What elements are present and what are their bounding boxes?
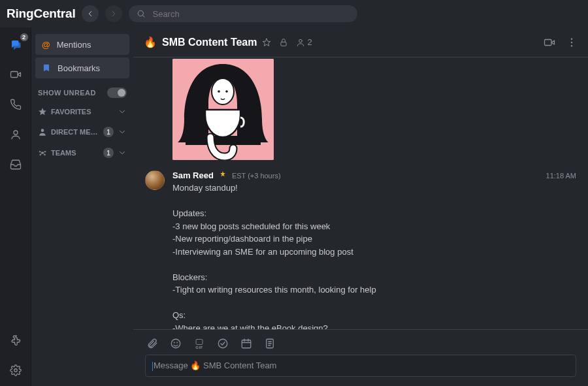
- channel-emoji: 🔥: [144, 36, 157, 48]
- section-label: FAVORITES: [51, 108, 114, 116]
- section-label: DIRECT MESSAG...: [51, 128, 99, 136]
- show-unread-label: SHOW UNREAD: [38, 89, 96, 97]
- dm-count: 1: [103, 127, 114, 137]
- message-author[interactable]: Sam Reed: [172, 170, 214, 180]
- attach-button[interactable]: [146, 338, 158, 349]
- svg-point-28: [225, 90, 228, 93]
- rail-contacts[interactable]: [8, 127, 24, 142]
- svg-line-1: [143, 16, 145, 18]
- rail-video[interactable]: [8, 67, 24, 82]
- svg-rect-2: [10, 72, 18, 78]
- avatar[interactable]: [145, 170, 165, 190]
- nav-back-button[interactable]: [82, 5, 99, 22]
- svg-point-32: [174, 343, 174, 344]
- sidebar-teams[interactable]: TEAMS 1: [35, 142, 129, 163]
- svg-point-5: [14, 369, 17, 372]
- teams-count: 1: [103, 148, 114, 158]
- sidebar-item-label: Mentions: [57, 40, 91, 50]
- search-input[interactable]: [151, 8, 350, 20]
- chevron-down-icon: [118, 107, 127, 116]
- svg-rect-18: [281, 42, 286, 46]
- team-icon: [38, 148, 47, 157]
- svg-marker-6: [39, 108, 46, 115]
- sidebar-bookmarks[interactable]: Bookmarks: [35, 57, 129, 78]
- input-placeholder: Message 🔥 SMB Content Team: [154, 361, 276, 370]
- channel-header: 🔥 SMB Content Team 2: [133, 27, 588, 57]
- app-brand: RingCentral: [7, 7, 75, 21]
- svg-point-4: [14, 131, 18, 135]
- at-icon: @: [42, 40, 50, 50]
- more-menu-button[interactable]: [566, 37, 578, 48]
- illustration-icon: [172, 59, 274, 160]
- svg-point-22: [571, 38, 572, 39]
- rail-inbox[interactable]: [8, 157, 24, 172]
- emoji-button[interactable]: [170, 338, 182, 349]
- gif-button[interactable]: GIF: [193, 338, 205, 349]
- bookmark-icon: [42, 63, 51, 72]
- svg-point-24: [571, 45, 572, 46]
- task-button[interactable]: [217, 338, 229, 349]
- gear-icon: [10, 364, 22, 376]
- nav-rail: 2: [0, 27, 31, 386]
- person-icon: [296, 38, 305, 47]
- top-bar: RingCentral: [0, 0, 588, 27]
- sidebar: @ Mentions Bookmarks SHOW UNREAD FAVORIT…: [31, 27, 133, 386]
- rail-apps[interactable]: [8, 332, 24, 348]
- star-icon: [38, 107, 47, 116]
- search-icon: [137, 9, 146, 18]
- section-label: TEAMS: [51, 149, 99, 157]
- svg-marker-17: [263, 39, 271, 46]
- video-icon: [10, 69, 22, 80]
- event-button[interactable]: [240, 338, 252, 349]
- svg-marker-30: [220, 171, 225, 177]
- message-composer: GIF Message 🔥 SMB Content Team: [133, 329, 588, 386]
- nav-forward-button[interactable]: [105, 5, 122, 22]
- global-search[interactable]: [129, 5, 357, 22]
- composer-toolbar: GIF: [145, 335, 576, 355]
- sidebar-favorites[interactable]: FAVORITES: [35, 102, 129, 121]
- message-image[interactable]: [172, 59, 274, 160]
- messages-icon: [10, 39, 22, 50]
- svg-point-33: [177, 343, 178, 344]
- svg-rect-34: [196, 339, 203, 344]
- svg-point-26: [212, 78, 234, 105]
- admin-badge-icon: [219, 170, 227, 178]
- paperclip-icon: [146, 338, 158, 349]
- chevron-left-icon: [86, 9, 95, 18]
- chevron-down-icon: [118, 148, 127, 157]
- chevron-down-icon: [118, 127, 127, 137]
- svg-rect-36: [242, 340, 251, 348]
- svg-point-19: [299, 39, 302, 42]
- rail-settings[interactable]: [8, 362, 24, 378]
- emoji-icon: [170, 338, 182, 349]
- message-item: Sam Reed EST (+3 hours) 11:18 AM Monday …: [145, 164, 576, 329]
- puzzle-icon: [10, 334, 22, 346]
- message-body: Monday standup! Updates: -3 new blog pos…: [172, 180, 576, 329]
- check-circle-icon: [217, 338, 229, 349]
- sidebar-item-label: Bookmarks: [57, 63, 100, 73]
- message-input[interactable]: Message 🔥 SMB Content Team: [145, 355, 576, 377]
- channel-title: SMB Content Team: [162, 37, 257, 48]
- rail-messages[interactable]: 2: [8, 37, 24, 52]
- start-video-button[interactable]: [544, 37, 555, 48]
- message-time: 11:18 AM: [546, 172, 576, 180]
- show-unread-toggle[interactable]: [107, 88, 127, 98]
- person-icon: [38, 127, 47, 137]
- message-list[interactable]: Sam Reed EST (+3 hours) 11:18 AM Monday …: [133, 57, 588, 329]
- inbox-icon: [10, 159, 22, 170]
- note-button[interactable]: [264, 338, 276, 349]
- svg-marker-21: [551, 40, 555, 44]
- svg-marker-3: [18, 72, 21, 76]
- sidebar-mentions[interactable]: @ Mentions: [35, 34, 129, 55]
- svg-point-23: [571, 41, 572, 42]
- rail-phone[interactable]: [8, 97, 24, 112]
- member-count[interactable]: 2: [296, 37, 312, 47]
- svg-point-27: [218, 90, 220, 93]
- phone-icon: [10, 99, 22, 110]
- star-outline-icon[interactable]: [262, 38, 271, 47]
- sidebar-direct-messages[interactable]: DIRECT MESSAG... 1: [35, 121, 129, 142]
- contact-icon: [10, 129, 22, 140]
- content-pane: 🔥 SMB Content Team 2: [133, 27, 588, 386]
- chevron-right-icon: [109, 9, 118, 18]
- svg-point-35: [218, 340, 227, 349]
